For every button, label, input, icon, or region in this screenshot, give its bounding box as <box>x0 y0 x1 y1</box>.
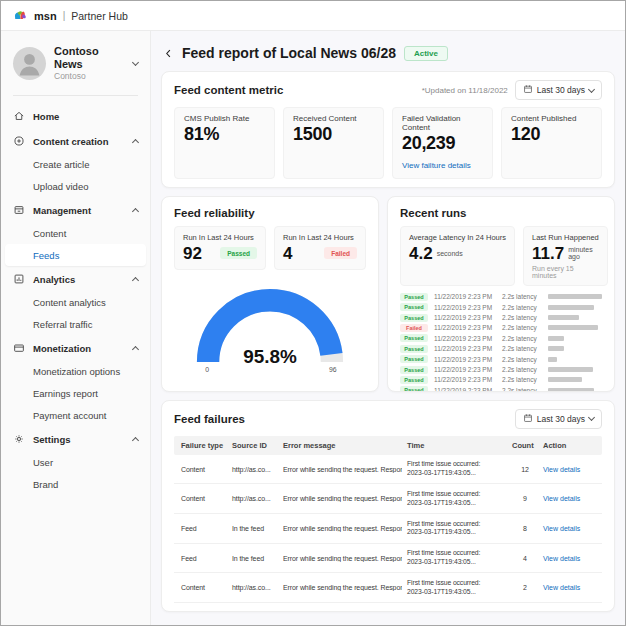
run-timestamp: 11/22/2019 2:23 PM <box>434 293 496 300</box>
profile-name: Contoso News <box>54 45 125 71</box>
time-cell: First time issue occurred:2023-03-17T19:… <box>407 579 507 597</box>
feed-failures-card: Feed failures Last 30 days Failure typeS… <box>161 400 615 612</box>
view-details-link[interactable]: View details <box>543 495 595 502</box>
run-duration-bar <box>548 325 598 330</box>
run-latency: 2.2s latency <box>502 376 542 383</box>
view-details-link[interactable]: View details <box>543 525 595 532</box>
metric-value: 1500 <box>293 125 374 145</box>
sidebar-item-payment-account[interactable]: Payment account <box>1 404 150 426</box>
feed-reliability-card: Feed reliability Run In Last 24 Hours92P… <box>161 196 379 392</box>
gauge-min-label: 0 <box>205 366 209 373</box>
run-timestamp: 11/22/2019 2:23 PM <box>434 376 496 383</box>
view-failure-details-link[interactable]: View failture details <box>402 161 471 170</box>
sidebar-item-user[interactable]: User <box>1 451 150 473</box>
failure-table-row: FeedIn the feedError while sending the r… <box>174 514 602 544</box>
back-button[interactable] <box>163 48 174 59</box>
sidebar-item-brand[interactable]: Brand <box>1 473 150 495</box>
time-cell: First time issue occurred:2023-03-17T19:… <box>407 520 507 538</box>
sidebar-item-analytics[interactable]: Analytics <box>1 267 150 291</box>
view-details-link[interactable]: View details <box>543 466 595 473</box>
run-timestamp: 11/22/2019 2:23 PM <box>434 345 496 352</box>
run-result-badge: Failed <box>324 247 357 259</box>
error-message-cell: Error while sending the request. Respons… <box>283 525 402 532</box>
count-cell: 2 <box>512 584 538 591</box>
run-duration-bar <box>548 336 564 341</box>
profile-text: Contoso News Contoso <box>54 45 125 81</box>
account-switcher[interactable]: Contoso News Contoso <box>1 43 150 83</box>
metric-label: Content Published <box>511 114 592 123</box>
sidebar-item-settings[interactable]: Settings <box>1 427 150 451</box>
run-row: Passed11/22/2019 2:23 PM2.2s latency <box>400 376 602 384</box>
sidebar-item-earnings-report[interactable]: Earnings report <box>1 382 150 404</box>
stat-label: Run In Last 24 Hours <box>183 233 257 242</box>
run-timestamp: 11/22/2019 2:23 PM <box>434 366 496 373</box>
chevron-up-icon <box>132 208 139 215</box>
run-latency: 2.2s latency <box>502 387 542 392</box>
sidebar-item-upload-video[interactable]: Upload video <box>1 175 150 197</box>
sidebar-item-referral-traffic[interactable]: Referral traffic <box>1 313 150 335</box>
run-status-badge: Passed <box>400 303 428 311</box>
sidebar-item-label: Upload video <box>33 181 88 192</box>
app-name: Partner Hub <box>71 10 128 22</box>
count-cell: 12 <box>512 466 538 473</box>
run-status-badge: Passed <box>400 314 428 322</box>
source-id-cell: http://as.co... <box>232 584 278 591</box>
sidebar-item-label: Home <box>33 111 59 122</box>
sidebar-item-label: Referral traffic <box>33 319 92 330</box>
sidebar-item-monetization[interactable]: Monetization <box>1 336 150 360</box>
time-line-2: 2023-03-17T19:43:05... <box>407 558 507 567</box>
column-header-error-message: Error message <box>283 441 402 450</box>
view-details-link[interactable]: View details <box>543 584 595 591</box>
sidebar-item-monetization-options[interactable]: Monetization options <box>1 360 150 382</box>
metric-value: 20,239 <box>402 134 483 154</box>
stat-value-row: 11.7minutes ago <box>532 245 599 262</box>
column-header-action: Action <box>543 441 595 450</box>
calendar-icon <box>523 84 533 96</box>
failures-date-range-label: Last 30 days <box>537 414 585 424</box>
page-title: Feed report of Local News 06/28 <box>182 45 396 61</box>
run-latency: 2.2s latency <box>502 293 542 300</box>
recent-runs-list: Passed11/22/2019 2:23 PM2.2s latencyPass… <box>400 293 602 392</box>
date-range-selector[interactable]: Last 30 days <box>515 80 602 100</box>
view-details-link[interactable]: View details <box>543 555 595 562</box>
time-line-1: First time issue occurred: <box>407 549 507 558</box>
run-timestamp: 11/22/2019 2:23 PM <box>434 356 496 363</box>
home-icon <box>13 110 26 122</box>
reliability-stat-tile: Run In Last 24 Hours92Passed <box>174 226 266 270</box>
sidebar-item-management[interactable]: Management <box>1 198 150 222</box>
time-line-2: 2023-03-17T19:43:05... <box>407 528 507 537</box>
chevron-up-icon <box>132 277 139 284</box>
run-latency: 2.2s latency <box>502 356 542 363</box>
run-latency: 2.2s latency <box>502 304 542 311</box>
run-duration-bar <box>548 377 582 382</box>
sidebar-item-create-article[interactable]: Create article <box>1 153 150 175</box>
sidebar-item-content-creation[interactable]: Content creation <box>1 129 150 153</box>
run-status-badge: Passed <box>400 386 428 391</box>
run-row: Passed11/22/2019 2:23 PM2.2s latency <box>400 293 602 301</box>
sidebar-item-label: Content creation <box>33 136 108 147</box>
management-icon <box>13 204 26 216</box>
failure-table-row: Contenthttp://as.co...Error while sendin… <box>174 455 602 485</box>
sidebar-item-feeds[interactable]: Feeds <box>5 244 146 266</box>
sidebar-item-content[interactable]: Content <box>1 222 150 244</box>
sidebar-item-label: Monetization options <box>33 366 120 377</box>
date-range-label: Last 30 days <box>537 85 585 95</box>
sidebar-item-label: Settings <box>33 434 70 445</box>
run-timestamp: 11/22/2019 2:23 PM <box>434 335 496 342</box>
brand-divider: | <box>63 10 66 21</box>
run-timestamp: 11/22/2019 2:23 PM <box>434 324 496 331</box>
failures-date-range-selector[interactable]: Last 30 days <box>515 409 602 429</box>
recent-stat-tile-average-latency-in-24-hours: Average Latency In 24 Hours4.2seconds <box>400 226 515 286</box>
run-duration-bar <box>548 346 564 351</box>
run-status-badge: Passed <box>400 376 428 384</box>
status-badge: Active <box>404 46 448 61</box>
sidebar-item-home[interactable]: Home <box>1 104 150 128</box>
reliability-stat-tile: Run In Last 24 Hours4Failed <box>274 226 366 270</box>
failure-type-cell: Content <box>181 584 227 591</box>
run-duration-bar <box>548 294 602 299</box>
time-line-1: First time issue occurred: <box>407 520 507 529</box>
sidebar-item-content-analytics[interactable]: Content analytics <box>1 291 150 313</box>
error-message-cell: Error while sending the request. Respons… <box>283 584 402 591</box>
run-timestamp: 11/22/2019 2:23 PM <box>434 387 496 392</box>
profile-org: Contoso <box>54 71 125 81</box>
